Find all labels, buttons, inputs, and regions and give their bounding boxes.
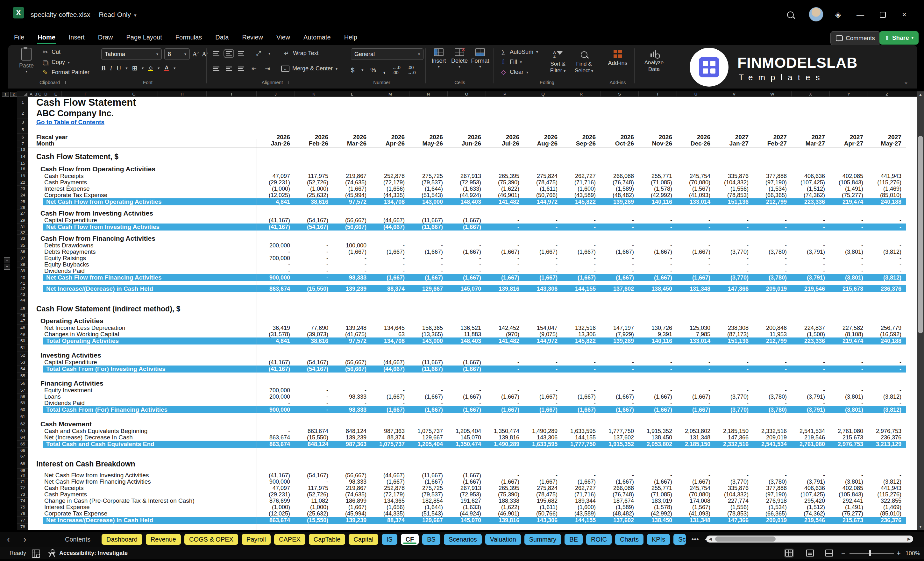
avatar[interactable] (809, 7, 824, 22)
column-header-S[interactable]: S (600, 92, 639, 97)
align-bottom-button[interactable] (238, 51, 244, 56)
cell[interactable]: - (486, 387, 524, 393)
cell[interactable]: 144,155 (562, 285, 600, 292)
row-header-75[interactable]: 75 (17, 504, 28, 510)
cell[interactable]: 138,450 (639, 517, 677, 524)
restore-button[interactable] (876, 8, 889, 21)
cell[interactable]: 224,837 (792, 325, 830, 331)
cell[interactable]: (104,332) (715, 491, 753, 498)
cell[interactable]: (76,748) (600, 179, 639, 186)
cell[interactable]: (1,667) (677, 249, 715, 255)
cell[interactable]: - (677, 400, 715, 406)
cell[interactable]: (1,667) (371, 393, 410, 400)
cell[interactable]: (70,080) (677, 491, 715, 498)
cell[interactable]: - (562, 366, 600, 372)
cell[interactable]: 2026 (256, 134, 295, 140)
addins-button[interactable]: Add-ins (603, 47, 632, 66)
cell[interactable]: (1,667) (562, 393, 600, 400)
cell[interactable]: (3,801) (830, 478, 868, 485)
row-header-27[interactable]: 27 (17, 210, 28, 217)
cell[interactable]: (1,667) (562, 478, 600, 485)
page-break-view-button[interactable] (825, 549, 833, 556)
row-label[interactable]: Total Operating Activities (46, 338, 119, 345)
cell[interactable]: 700,000 (256, 387, 295, 393)
cell[interactable]: 144,155 (562, 517, 600, 524)
horizontal-scroll-thumb[interactable] (715, 537, 776, 542)
cell[interactable]: 88,374 (371, 434, 410, 441)
row-header-52[interactable]: 52 (17, 351, 28, 359)
cell[interactable]: - (256, 400, 295, 406)
cell[interactable]: - (256, 261, 295, 268)
cell[interactable]: (1,667) (600, 249, 639, 255)
row-label[interactable]: Net Cash Flow from Financing Activities (46, 274, 161, 281)
vertical-scrollbar[interactable]: ▲ ▼ (917, 92, 924, 530)
cell[interactable]: (11,667) (410, 366, 448, 372)
comma-format-button[interactable]: , (383, 65, 385, 75)
cell[interactable]: 402,085 (830, 485, 868, 491)
column-header-W[interactable]: W (753, 92, 792, 97)
cell[interactable]: - (562, 359, 600, 366)
cell[interactable]: 98,333 (333, 406, 371, 413)
autosum-button[interactable]: ∑AutoSum▾ (500, 48, 538, 56)
row-header-37[interactable]: 37 (17, 255, 28, 261)
cell[interactable]: (85,010) (868, 192, 906, 198)
cell[interactable]: (78,853) (715, 192, 753, 198)
cell[interactable]: (1,000) (256, 186, 295, 192)
cell[interactable]: (54,167) (295, 217, 333, 224)
cell[interactable]: Sep-26 (562, 140, 600, 147)
row-header-33[interactable]: 33 (17, 235, 28, 242)
cell[interactable]: 256,779 (868, 325, 906, 331)
row-header-60[interactable]: 60 (17, 406, 28, 413)
cell[interactable]: (78,853) (715, 510, 753, 517)
cell[interactable]: - (486, 366, 524, 372)
column-header-Z[interactable]: Z (868, 92, 906, 97)
cell[interactable]: - (639, 400, 677, 406)
row-header-48[interactable]: 48 (17, 325, 28, 331)
cell[interactable]: (54,167) (295, 359, 333, 366)
minimize-button[interactable]: — (854, 8, 867, 21)
row-label[interactable]: Total Cash and Cash Equivalents End (46, 441, 154, 448)
underline-button[interactable]: U (117, 64, 121, 72)
cell[interactable]: 2,976,753 (830, 441, 868, 448)
sheet-tab-summary[interactable]: Summary (524, 534, 561, 545)
cell[interactable]: (44,335) (371, 192, 410, 198)
cell[interactable]: 252,878 (371, 485, 410, 491)
cell[interactable]: Apr-27 (830, 140, 868, 147)
row-header-22[interactable]: 22 (17, 179, 28, 186)
cell[interactable]: (41,167) (256, 472, 295, 478)
row-label[interactable]: Loans (44, 393, 61, 400)
cell[interactable]: 987,363 (333, 441, 371, 448)
sheet-tab-scenarios[interactable]: Scenarios (444, 534, 482, 545)
cell[interactable]: (1,589) (600, 186, 639, 192)
cell[interactable]: 863,674 (256, 517, 295, 524)
cell[interactable]: 863,674 (256, 285, 295, 292)
cell[interactable]: (12,025) (256, 510, 295, 517)
cell[interactable]: (3,770) (715, 478, 753, 485)
cell[interactable]: 4,841 (256, 338, 295, 345)
cell[interactable]: 700,000 (256, 255, 295, 261)
cell[interactable]: (97,190) (753, 491, 792, 498)
cell[interactable]: 139,816 (486, 285, 524, 292)
cell[interactable]: (44,335) (371, 510, 410, 517)
cell[interactable]: 276,918 (753, 498, 792, 504)
cell[interactable]: (1,600) (562, 504, 600, 510)
cell[interactable]: 139,269 (600, 198, 639, 206)
outline-level-button[interactable]: 1 (2, 92, 9, 97)
fill-button[interactable]: ⇩Fill▾ (500, 58, 538, 66)
cell[interactable]: (3,812) (868, 393, 906, 400)
cell[interactable]: (3,801) (830, 406, 868, 413)
cell[interactable]: - (868, 217, 906, 224)
cell[interactable]: - (256, 428, 295, 434)
cell[interactable]: - (715, 387, 753, 393)
cell[interactable]: (1,667) (448, 249, 486, 255)
row-header-73[interactable]: 73 (17, 491, 28, 498)
cell[interactable]: 275,725 (410, 173, 448, 179)
cell[interactable]: 47,097 (256, 173, 295, 179)
cell[interactable]: - (753, 359, 792, 366)
cell[interactable]: (3,801) (830, 393, 868, 400)
cell[interactable]: (41,093) (677, 192, 715, 198)
row-label[interactable]: Cash Flow Statement (indirect method), $ (36, 305, 180, 313)
cell[interactable]: (1,667) (639, 249, 677, 255)
share-button[interactable]: ⇧ Share ▾ (879, 31, 919, 45)
cell[interactable]: - (639, 268, 677, 274)
